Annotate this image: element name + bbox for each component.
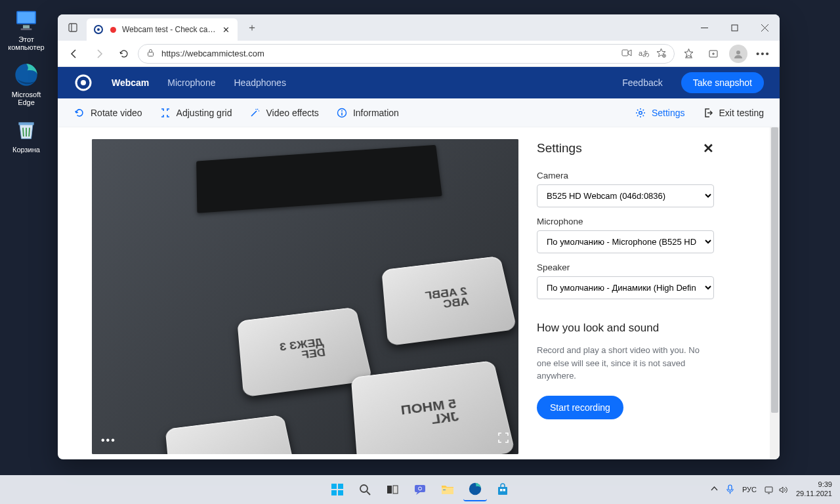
svg-point-9 xyxy=(97,28,100,31)
window-close-button[interactable] xyxy=(749,14,780,41)
desktop-icon-edge[interactable]: Microsoft Edge xyxy=(3,62,49,106)
profile-button[interactable] xyxy=(727,43,749,65)
svg-point-24 xyxy=(736,51,740,54)
svg-rect-48 xyxy=(765,487,772,492)
tray-clock[interactable]: 9:39 29.11.2021 xyxy=(796,480,832,499)
svg-point-10 xyxy=(110,27,116,33)
webcam-preview: 2 АБВГ ABC ДЕЖЗ 3 DEF 5 МНОП JKL 6 РСТУ … xyxy=(92,139,518,454)
rotate-icon xyxy=(74,107,85,119)
edge-icon xyxy=(13,62,39,88)
taskbar-pinned xyxy=(326,478,514,501)
desktop-icon-trash[interactable]: Корзина xyxy=(3,117,49,154)
window-minimize-button[interactable] xyxy=(689,14,719,41)
desktop-icon-label: Microsoft Edge xyxy=(12,91,41,106)
lock-icon xyxy=(146,49,155,59)
panel-title: Settings xyxy=(537,141,582,156)
video-permission-icon[interactable] xyxy=(621,49,632,59)
tab-title: Webcam test - Check camer xyxy=(122,25,217,34)
start-recording-button[interactable]: Start recording xyxy=(537,396,623,419)
favorites-button[interactable] xyxy=(677,43,700,65)
favorite-icon[interactable] xyxy=(656,48,666,60)
scrollbar-thumb[interactable] xyxy=(771,127,778,413)
explorer-button[interactable] xyxy=(436,478,459,501)
gear-icon xyxy=(635,107,646,119)
speaker-select[interactable]: По умолчанию - Динамики (High Definition… xyxy=(537,276,714,299)
microphone-label: Microphone xyxy=(537,217,714,226)
svg-point-28 xyxy=(341,110,343,112)
edge-taskbar-button[interactable] xyxy=(463,478,487,501)
take-snapshot-button[interactable]: Take snapshot xyxy=(681,72,764,93)
camera-select[interactable]: B525 HD Webcam (046d:0836) xyxy=(537,184,714,207)
chat-button[interactable] xyxy=(408,478,432,501)
desktop-icon-label: Этот компьютер xyxy=(8,35,44,51)
collections-button[interactable] xyxy=(702,43,724,65)
desktop-background: Этот компьютер Microsoft Edge Корзина We… xyxy=(0,0,840,504)
svg-point-30 xyxy=(639,111,642,114)
tool-grid[interactable]: Adjusting grid xyxy=(159,107,232,119)
tray-expand-icon[interactable] xyxy=(711,486,718,494)
taskview-button[interactable] xyxy=(381,478,404,501)
browser-tab[interactable]: Webcam test - Check camer ✕ xyxy=(87,18,238,41)
svg-rect-38 xyxy=(393,486,398,494)
window-maximize-button[interactable] xyxy=(719,14,749,41)
info-icon xyxy=(336,107,348,119)
site-logo-icon[interactable] xyxy=(74,73,93,93)
tab-close-button[interactable]: ✕ xyxy=(220,24,231,35)
svg-rect-12 xyxy=(732,25,738,31)
preview-fullscreen-button[interactable] xyxy=(497,432,509,446)
search-button[interactable] xyxy=(353,478,377,501)
taskbar: РУС 9:39 29.11.2021 xyxy=(0,475,840,504)
translate-icon[interactable]: aあ xyxy=(639,49,650,58)
tray-mic-icon[interactable] xyxy=(726,484,734,495)
svg-rect-33 xyxy=(331,490,337,495)
nav-forward-button xyxy=(88,43,110,65)
how-description: Record and play a short video with you. … xyxy=(537,344,714,383)
nav-back-button[interactable] xyxy=(63,43,85,65)
exit-icon xyxy=(702,107,714,119)
tool-info[interactable]: Information xyxy=(336,107,399,119)
grid-icon xyxy=(159,107,171,119)
keypad-key: 5 МНОП JKL xyxy=(351,360,515,454)
nav-feedback[interactable]: Feedback xyxy=(622,77,662,88)
nav-headphones[interactable]: Headphones xyxy=(234,77,285,88)
how-heading: How you look and sound xyxy=(537,322,714,335)
computer-icon xyxy=(13,7,39,33)
tab-actions-icon[interactable] xyxy=(62,16,84,39)
page-scrollbar[interactable] xyxy=(770,127,780,459)
profile-avatar-icon xyxy=(729,45,747,63)
new-tab-button[interactable]: ＋ xyxy=(243,18,261,37)
tool-rotate[interactable]: Rotate video xyxy=(74,107,142,119)
more-button[interactable]: ••• xyxy=(752,43,774,65)
svg-point-35 xyxy=(360,485,368,492)
tray-language[interactable]: РУС xyxy=(742,486,757,494)
address-bar[interactable]: https://webcammictest.com aあ xyxy=(138,44,675,64)
favicon-icon xyxy=(93,24,104,35)
trash-icon xyxy=(13,117,39,143)
nav-refresh-button[interactable] xyxy=(113,43,135,65)
record-icon xyxy=(108,24,118,35)
store-button[interactable] xyxy=(491,478,514,501)
svg-rect-5 xyxy=(18,122,33,125)
svg-rect-34 xyxy=(338,490,343,495)
microphone-select[interactable]: По умолчанию - Microphone (B525 HD Webca… xyxy=(537,230,714,253)
browser-titlebar: Webcam test - Check camer ✕ ＋ xyxy=(58,14,780,41)
desktop-icon-computer[interactable]: Этот компьютер xyxy=(3,7,49,51)
tool-exit[interactable]: Exit testing xyxy=(702,107,764,119)
site-nav: Webcam Microphone Headphones Feedback Ta… xyxy=(58,67,780,98)
tray-network-sound[interactable] xyxy=(765,486,788,494)
svg-rect-44 xyxy=(498,487,507,495)
nav-webcam[interactable]: Webcam xyxy=(112,77,149,88)
tool-effects[interactable]: Video effects xyxy=(249,107,318,119)
svg-rect-41 xyxy=(442,488,453,494)
start-button[interactable] xyxy=(326,478,349,501)
page: Webcam Microphone Headphones Feedback Ta… xyxy=(58,67,780,459)
preview-more-button[interactable]: ••• xyxy=(101,434,116,446)
taskbar-tray: РУС 9:39 29.11.2021 xyxy=(711,480,832,499)
panel-close-button[interactable]: ✕ xyxy=(703,140,714,156)
svg-line-36 xyxy=(367,492,370,495)
tool-settings[interactable]: Settings xyxy=(635,107,685,119)
svg-rect-32 xyxy=(338,484,343,489)
speaker-label: Speaker xyxy=(537,262,714,272)
nav-microphone[interactable]: Microphone xyxy=(167,77,215,88)
desktop-icon-label: Корзина xyxy=(12,146,40,154)
